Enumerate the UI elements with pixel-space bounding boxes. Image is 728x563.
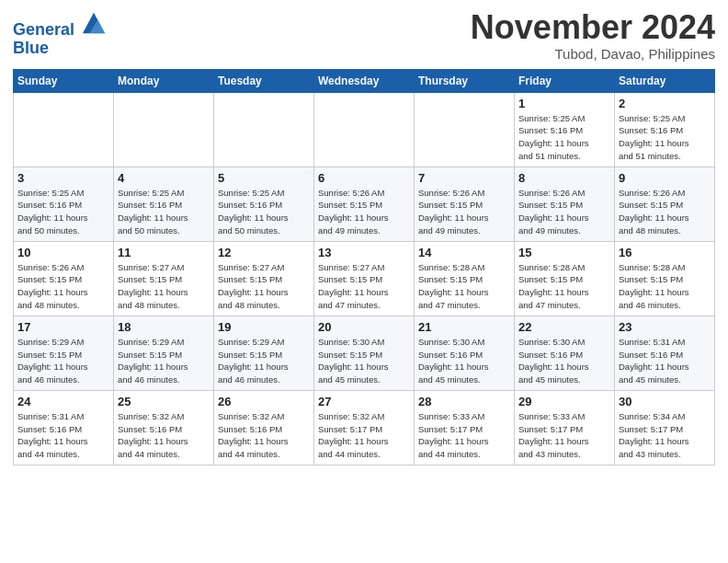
calendar-cell: 9Sunrise: 5:26 AMSunset: 5:15 PMDaylight… — [615, 167, 715, 241]
logo-text: General — [13, 9, 107, 40]
day-info: Sunrise: 5:30 AMSunset: 5:15 PMDaylight:… — [318, 336, 410, 386]
day-info: Sunrise: 5:25 AMSunset: 5:16 PMDaylight:… — [118, 187, 210, 237]
page: General Blue November 2024 Tubod, Davao,… — [0, 0, 728, 563]
calendar-cell — [14, 92, 114, 167]
day-number: 23 — [619, 320, 711, 334]
col-monday: Monday — [114, 69, 214, 92]
calendar-cell: 22Sunrise: 5:30 AMSunset: 5:16 PMDayligh… — [515, 316, 615, 390]
calendar-cell: 11Sunrise: 5:27 AMSunset: 5:15 PMDayligh… — [114, 241, 214, 316]
day-info: Sunrise: 5:27 AMSunset: 5:15 PMDaylight:… — [118, 261, 210, 312]
calendar-cell: 30Sunrise: 5:34 AMSunset: 5:17 PMDayligh… — [615, 390, 715, 465]
day-info: Sunrise: 5:29 AMSunset: 5:15 PMDaylight:… — [17, 336, 109, 386]
day-info: Sunrise: 5:29 AMSunset: 5:15 PMDaylight:… — [118, 336, 210, 386]
calendar-cell: 5Sunrise: 5:25 AMSunset: 5:16 PMDaylight… — [214, 167, 314, 241]
calendar-cell: 15Sunrise: 5:28 AMSunset: 5:15 PMDayligh… — [515, 241, 615, 316]
calendar-cell: 13Sunrise: 5:27 AMSunset: 5:15 PMDayligh… — [314, 241, 415, 316]
calendar-header-row: Sunday Monday Tuesday Wednesday Thursday… — [14, 69, 715, 92]
day-number: 15 — [518, 246, 610, 259]
day-number: 19 — [218, 320, 310, 334]
calendar-cell — [114, 92, 214, 167]
calendar-cell: 23Sunrise: 5:31 AMSunset: 5:16 PMDayligh… — [615, 316, 715, 390]
day-info: Sunrise: 5:25 AMSunset: 5:16 PMDaylight:… — [518, 112, 610, 163]
calendar-cell — [415, 92, 515, 167]
day-info: Sunrise: 5:32 AMSunset: 5:16 PMDaylight:… — [118, 410, 210, 461]
calendar-cell: 16Sunrise: 5:28 AMSunset: 5:15 PMDayligh… — [615, 241, 715, 316]
day-number: 22 — [518, 320, 610, 334]
day-number: 28 — [418, 395, 510, 408]
day-info: Sunrise: 5:30 AMSunset: 5:16 PMDaylight:… — [518, 336, 610, 386]
day-info: Sunrise: 5:31 AMSunset: 5:16 PMDaylight:… — [619, 336, 711, 386]
calendar-cell: 14Sunrise: 5:28 AMSunset: 5:15 PMDayligh… — [415, 241, 515, 316]
col-saturday: Saturday — [615, 69, 715, 92]
calendar-cell: 27Sunrise: 5:32 AMSunset: 5:17 PMDayligh… — [314, 390, 415, 465]
calendar-week-5: 24Sunrise: 5:31 AMSunset: 5:16 PMDayligh… — [14, 390, 715, 465]
day-info: Sunrise: 5:32 AMSunset: 5:16 PMDaylight:… — [218, 410, 310, 461]
day-number: 26 — [218, 395, 310, 408]
calendar: Sunday Monday Tuesday Wednesday Thursday… — [13, 69, 715, 465]
day-info: Sunrise: 5:33 AMSunset: 5:17 PMDaylight:… — [418, 410, 510, 461]
day-number: 8 — [518, 171, 610, 185]
day-info: Sunrise: 5:25 AMSunset: 5:16 PMDaylight:… — [619, 112, 711, 163]
calendar-cell — [314, 92, 415, 167]
calendar-cell: 18Sunrise: 5:29 AMSunset: 5:15 PMDayligh… — [114, 316, 214, 390]
day-number: 4 — [118, 171, 210, 185]
day-number: 6 — [318, 171, 410, 185]
calendar-week-3: 10Sunrise: 5:26 AMSunset: 5:15 PMDayligh… — [14, 241, 715, 316]
day-number: 7 — [418, 171, 510, 185]
logo-general: General — [13, 20, 74, 39]
calendar-week-4: 17Sunrise: 5:29 AMSunset: 5:15 PMDayligh… — [14, 316, 715, 390]
day-info: Sunrise: 5:26 AMSunset: 5:15 PMDaylight:… — [318, 187, 410, 237]
day-number: 18 — [118, 320, 210, 334]
day-info: Sunrise: 5:26 AMSunset: 5:15 PMDaylight:… — [418, 187, 510, 237]
calendar-cell: 1Sunrise: 5:25 AMSunset: 5:16 PMDaylight… — [515, 92, 615, 167]
calendar-cell: 25Sunrise: 5:32 AMSunset: 5:16 PMDayligh… — [114, 390, 214, 465]
calendar-cell: 17Sunrise: 5:29 AMSunset: 5:15 PMDayligh… — [14, 316, 114, 390]
title-block: November 2024 Tubod, Davao, Philippines — [471, 9, 715, 62]
day-info: Sunrise: 5:27 AMSunset: 5:15 PMDaylight:… — [318, 261, 410, 312]
calendar-cell: 20Sunrise: 5:30 AMSunset: 5:15 PMDayligh… — [314, 316, 415, 390]
day-info: Sunrise: 5:26 AMSunset: 5:15 PMDaylight:… — [619, 187, 711, 237]
logo: General Blue — [13, 9, 107, 58]
day-number: 13 — [318, 246, 410, 259]
col-sunday: Sunday — [14, 69, 114, 92]
day-info: Sunrise: 5:28 AMSunset: 5:15 PMDaylight:… — [518, 261, 610, 312]
day-number: 14 — [418, 246, 510, 259]
day-number: 2 — [619, 97, 711, 110]
calendar-cell: 21Sunrise: 5:30 AMSunset: 5:16 PMDayligh… — [415, 316, 515, 390]
calendar-cell — [214, 92, 314, 167]
day-number: 21 — [418, 320, 510, 334]
calendar-cell: 29Sunrise: 5:33 AMSunset: 5:17 PMDayligh… — [515, 390, 615, 465]
day-number: 20 — [318, 320, 410, 334]
header: General Blue November 2024 Tubod, Davao,… — [13, 9, 715, 62]
day-number: 11 — [118, 246, 210, 259]
calendar-cell: 24Sunrise: 5:31 AMSunset: 5:16 PMDayligh… — [14, 390, 114, 465]
day-number: 10 — [17, 246, 109, 259]
day-info: Sunrise: 5:25 AMSunset: 5:16 PMDaylight:… — [17, 187, 109, 237]
col-wednesday: Wednesday — [314, 69, 415, 92]
day-number: 25 — [118, 395, 210, 408]
calendar-cell: 8Sunrise: 5:26 AMSunset: 5:15 PMDaylight… — [515, 167, 615, 241]
col-thursday: Thursday — [415, 69, 515, 92]
calendar-cell: 6Sunrise: 5:26 AMSunset: 5:15 PMDaylight… — [314, 167, 415, 241]
logo-icon — [81, 9, 107, 35]
month-title: November 2024 — [471, 9, 715, 46]
day-number: 29 — [518, 395, 610, 408]
day-info: Sunrise: 5:26 AMSunset: 5:15 PMDaylight:… — [17, 261, 109, 312]
day-info: Sunrise: 5:28 AMSunset: 5:15 PMDaylight:… — [418, 261, 510, 312]
calendar-week-1: 1Sunrise: 5:25 AMSunset: 5:16 PMDaylight… — [14, 92, 715, 167]
calendar-cell: 2Sunrise: 5:25 AMSunset: 5:16 PMDaylight… — [615, 92, 715, 167]
calendar-cell: 10Sunrise: 5:26 AMSunset: 5:15 PMDayligh… — [14, 241, 114, 316]
day-info: Sunrise: 5:31 AMSunset: 5:16 PMDaylight:… — [17, 410, 109, 461]
calendar-cell: 4Sunrise: 5:25 AMSunset: 5:16 PMDaylight… — [114, 167, 214, 241]
col-tuesday: Tuesday — [214, 69, 314, 92]
calendar-cell: 12Sunrise: 5:27 AMSunset: 5:15 PMDayligh… — [214, 241, 314, 316]
day-info: Sunrise: 5:26 AMSunset: 5:15 PMDaylight:… — [518, 187, 610, 237]
day-info: Sunrise: 5:34 AMSunset: 5:17 PMDaylight:… — [619, 410, 711, 461]
col-friday: Friday — [515, 69, 615, 92]
day-number: 1 — [518, 97, 610, 110]
calendar-cell: 7Sunrise: 5:26 AMSunset: 5:15 PMDaylight… — [415, 167, 515, 241]
day-number: 16 — [619, 246, 711, 259]
day-info: Sunrise: 5:27 AMSunset: 5:15 PMDaylight:… — [218, 261, 310, 312]
calendar-cell: 3Sunrise: 5:25 AMSunset: 5:16 PMDaylight… — [14, 167, 114, 241]
day-number: 12 — [218, 246, 310, 259]
